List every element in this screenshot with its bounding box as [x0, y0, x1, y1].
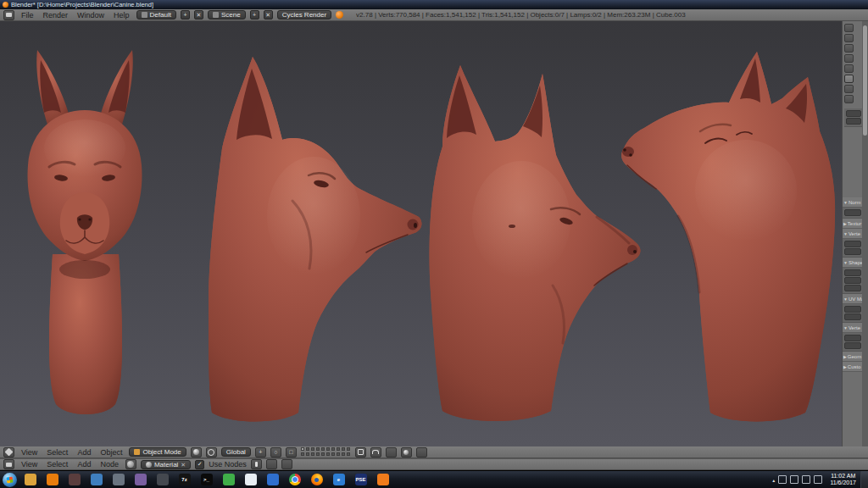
- properties-tab-modifiers-icon[interactable]: [844, 64, 854, 73]
- panel-header-geom[interactable]: ▶Geom: [843, 352, 863, 362]
- panel-header-shape[interactable]: ▼Shape: [843, 258, 863, 268]
- taskbar-app-firefox[interactable]: [307, 472, 326, 488]
- render-anim-icon[interactable]: [416, 447, 427, 458]
- menu-add[interactable]: Add: [75, 460, 93, 469]
- panel-field[interactable]: [844, 306, 861, 313]
- menu-select[interactable]: Select: [44, 460, 70, 469]
- shader-type-icon[interactable]: [125, 459, 136, 469]
- manipulator-scale-icon[interactable]: □: [286, 447, 297, 458]
- snap-element-icon[interactable]: [386, 447, 397, 458]
- canine-head-three-quarter[interactable]: [430, 65, 641, 421]
- menu-help[interactable]: Help: [111, 11, 132, 19]
- properties-tab-data-icon[interactable]: [844, 75, 854, 83]
- properties-tab-render-icon[interactable]: [844, 24, 854, 32]
- tray-app-icon[interactable]: [778, 475, 787, 484]
- transform-orientation-selector[interactable]: Global: [221, 447, 251, 457]
- menu-view[interactable]: View: [19, 460, 40, 469]
- manipulator-rotate-icon[interactable]: ○: [270, 447, 281, 458]
- layout-add-button[interactable]: +: [181, 10, 190, 19]
- taskbar-app-7zip[interactable]: 7z: [175, 472, 194, 488]
- panel-field[interactable]: [844, 342, 861, 349]
- taskbar-clock[interactable]: 11:02 AM 11/6/2017: [830, 473, 856, 486]
- editor-type-info-icon[interactable]: [3, 10, 14, 20]
- panel-header-custo[interactable]: ▶Custo: [843, 362, 863, 372]
- unlink-material-icon[interactable]: ✕: [181, 461, 186, 469]
- panel-field[interactable]: [844, 313, 861, 320]
- panel-field[interactable]: [844, 285, 861, 291]
- panel-field[interactable]: [844, 269, 861, 276]
- panel-field[interactable]: [844, 277, 861, 284]
- panel-field[interactable]: [844, 335, 861, 341]
- taskbar-app-media-app[interactable]: [86, 472, 106, 488]
- render-engine-selector[interactable]: Cycles Render: [277, 10, 331, 19]
- pin-icon[interactable]: [251, 459, 262, 469]
- network-icon[interactable]: [790, 475, 798, 484]
- taskbar-app-mail-app[interactable]: [241, 472, 260, 488]
- action-center-icon[interactable]: [814, 475, 822, 484]
- panel-header-uv ma[interactable]: ▼UV Ma: [843, 294, 863, 304]
- taskbar-app-green-app[interactable]: [219, 472, 238, 488]
- menu-object[interactable]: Object: [97, 448, 125, 457]
- panel-header-norm[interactable]: ▼Norm: [843, 197, 863, 208]
- taskbar-app-archive-manager[interactable]: [153, 472, 172, 488]
- render-opengl-icon[interactable]: [401, 447, 412, 458]
- layers-grid[interactable]: [301, 447, 351, 457]
- scene-delete-button[interactable]: ✕: [264, 10, 273, 19]
- properties-tab-world-icon[interactable]: [844, 44, 854, 53]
- scrollbar-thumb[interactable]: [863, 25, 867, 136]
- menu-select[interactable]: Select: [44, 448, 70, 457]
- overlay-icon[interactable]: [281, 459, 292, 469]
- screen-layout-selector[interactable]: Default: [136, 10, 176, 19]
- menu-node[interactable]: Node: [97, 460, 121, 469]
- material-datablock-field[interactable]: Material ✕: [141, 460, 191, 469]
- properties-tab-scene-icon[interactable]: [844, 34, 854, 42]
- layout-delete-button[interactable]: ✕: [194, 10, 203, 19]
- snap-node-icon[interactable]: [266, 459, 277, 469]
- taskbar-app-blue-app[interactable]: [263, 472, 282, 488]
- taskbar-app-terminal[interactable]: >_: [197, 472, 216, 488]
- editor-type-node-icon[interactable]: [3, 459, 14, 469]
- taskbar-app-photoshop-elements[interactable]: PSE: [351, 472, 370, 488]
- properties-scrollbar[interactable]: [862, 21, 868, 446]
- properties-field[interactable]: [846, 110, 861, 117]
- show-hidden-icons-button[interactable]: ▴: [772, 477, 775, 483]
- canine-head-tilted-up[interactable]: [621, 52, 835, 422]
- panel-field[interactable]: [844, 248, 861, 255]
- panel-header-verte[interactable]: ▼Verte: [843, 323, 863, 333]
- properties-field[interactable]: [846, 118, 861, 125]
- show-desktop-button[interactable]: [860, 471, 868, 488]
- menu-add[interactable]: Add: [75, 448, 93, 457]
- viewport-3d[interactable]: [0, 21, 842, 446]
- properties-tab-texture-icon[interactable]: [844, 95, 854, 103]
- editor-type-3dview-icon[interactable]: [3, 447, 14, 458]
- title-bar[interactable]: Blender* [D:\Home\Projects\Blender\Canin…: [0, 0, 868, 9]
- pivot-point-icon[interactable]: [206, 447, 217, 458]
- use-nodes-checkbox[interactable]: ✓: [195, 460, 204, 469]
- taskbar-app-chrome[interactable]: [285, 472, 304, 488]
- menu-file[interactable]: File: [19, 11, 36, 19]
- panel-header-textur[interactable]: ▶Textur: [843, 219, 863, 229]
- menu-view[interactable]: View: [19, 448, 40, 457]
- properties-tab-object-icon[interactable]: [844, 54, 854, 63]
- properties-tab-material-icon[interactable]: [844, 85, 854, 93]
- canine-head-profile[interactable]: [209, 57, 421, 422]
- menu-window[interactable]: Window: [75, 11, 107, 19]
- start-button[interactable]: [3, 473, 17, 487]
- panel-header-verte[interactable]: ▼Verte: [843, 229, 863, 239]
- panel-field[interactable]: [844, 241, 861, 247]
- scene-add-button[interactable]: +: [250, 10, 259, 19]
- use-nodes-label[interactable]: Use Nodes: [209, 460, 247, 469]
- taskbar-app-explorer-folder[interactable]: [20, 472, 40, 488]
- menu-render[interactable]: Render: [41, 11, 71, 19]
- manipulator-translate-icon[interactable]: +: [255, 447, 266, 458]
- mode-selector[interactable]: Object Mode: [129, 447, 186, 457]
- taskbar-app-vlc[interactable]: [373, 472, 392, 488]
- lock-icon[interactable]: [355, 447, 366, 458]
- snap-magnet-icon[interactable]: [370, 447, 381, 458]
- taskbar-app-blender[interactable]: [42, 472, 62, 488]
- taskbar-app-photo-viewer[interactable]: [64, 472, 84, 488]
- scene-selector[interactable]: Scene: [208, 10, 246, 19]
- panel-field[interactable]: [844, 209, 861, 216]
- viewport-shading-icon[interactable]: [191, 447, 202, 458]
- canine-head-front[interactable]: [28, 50, 142, 414]
